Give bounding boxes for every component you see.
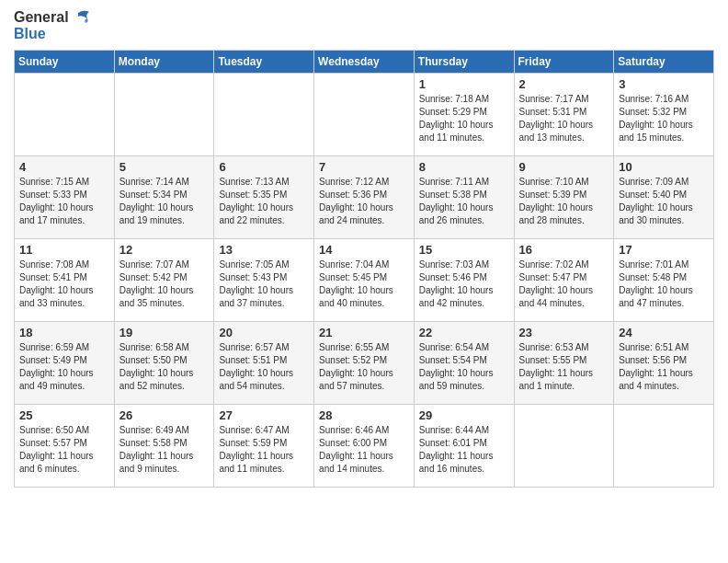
calendar-cell: 17Sunrise: 7:01 AM Sunset: 5:48 PM Dayli… xyxy=(614,238,714,321)
logo: General Blue xyxy=(14,9,91,42)
day-info: Sunrise: 6:54 AM Sunset: 5:54 PM Dayligh… xyxy=(419,341,509,393)
calendar-cell: 26Sunrise: 6:49 AM Sunset: 5:58 PM Dayli… xyxy=(114,404,214,487)
day-info: Sunrise: 7:14 AM Sunset: 5:34 PM Dayligh… xyxy=(119,176,210,227)
calendar-cell: 10Sunrise: 7:09 AM Sunset: 5:40 PM Dayli… xyxy=(614,155,714,238)
day-number: 9 xyxy=(519,160,609,174)
day-number: 7 xyxy=(319,160,409,174)
calendar-cell: 24Sunrise: 6:51 AM Sunset: 5:56 PM Dayli… xyxy=(614,321,714,404)
calendar-cell: 20Sunrise: 6:57 AM Sunset: 5:51 PM Dayli… xyxy=(214,321,314,404)
calendar-cell: 6Sunrise: 7:13 AM Sunset: 5:35 PM Daylig… xyxy=(214,155,314,238)
logo-general-text: General xyxy=(14,9,69,26)
day-number: 17 xyxy=(619,243,709,257)
day-info: Sunrise: 6:53 AM Sunset: 5:55 PM Dayligh… xyxy=(519,341,609,393)
day-info: Sunrise: 6:46 AM Sunset: 6:00 PM Dayligh… xyxy=(319,424,409,476)
calendar-cell: 12Sunrise: 7:07 AM Sunset: 5:42 PM Dayli… xyxy=(114,238,214,321)
calendar-cell: 2Sunrise: 7:17 AM Sunset: 5:31 PM Daylig… xyxy=(514,73,614,155)
calendar-cell: 16Sunrise: 7:02 AM Sunset: 5:47 PM Dayli… xyxy=(514,238,614,321)
day-info: Sunrise: 7:18 AM Sunset: 5:29 PM Dayligh… xyxy=(419,93,509,144)
week-row-1: 1Sunrise: 7:18 AM Sunset: 5:29 PM Daylig… xyxy=(15,73,714,155)
day-number: 14 xyxy=(319,243,409,257)
day-info: Sunrise: 7:10 AM Sunset: 5:39 PM Dayligh… xyxy=(519,176,609,227)
header-wednesday: Wednesday xyxy=(314,50,415,73)
day-number: 25 xyxy=(19,408,109,422)
day-number: 16 xyxy=(519,243,609,257)
calendar-cell: 3Sunrise: 7:16 AM Sunset: 5:32 PM Daylig… xyxy=(614,73,714,155)
day-info: Sunrise: 6:47 AM Sunset: 5:59 PM Dayligh… xyxy=(219,424,309,476)
day-info: Sunrise: 6:50 AM Sunset: 5:57 PM Dayligh… xyxy=(19,424,109,476)
logo-bird-icon xyxy=(71,9,91,26)
day-info: Sunrise: 6:49 AM Sunset: 5:58 PM Dayligh… xyxy=(119,424,210,476)
day-number: 1 xyxy=(419,77,509,91)
week-row-4: 18Sunrise: 6:59 AM Sunset: 5:49 PM Dayli… xyxy=(15,321,714,404)
calendar-cell: 9Sunrise: 7:10 AM Sunset: 5:39 PM Daylig… xyxy=(514,155,614,238)
header-monday: Monday xyxy=(114,50,214,73)
calendar-cell: 22Sunrise: 6:54 AM Sunset: 5:54 PM Dayli… xyxy=(414,321,514,404)
day-info: Sunrise: 7:05 AM Sunset: 5:43 PM Dayligh… xyxy=(219,259,309,310)
day-info: Sunrise: 7:02 AM Sunset: 5:47 PM Dayligh… xyxy=(519,259,609,310)
calendar-header-row: SundayMondayTuesdayWednesdayThursdayFrid… xyxy=(15,50,714,73)
day-info: Sunrise: 6:57 AM Sunset: 5:51 PM Dayligh… xyxy=(219,341,309,393)
day-number: 23 xyxy=(519,326,609,339)
day-info: Sunrise: 7:07 AM Sunset: 5:42 PM Dayligh… xyxy=(119,259,210,310)
header-friday: Friday xyxy=(514,50,614,73)
day-number: 5 xyxy=(119,160,210,174)
page-header: General Blue xyxy=(14,9,714,42)
day-info: Sunrise: 7:17 AM Sunset: 5:31 PM Dayligh… xyxy=(519,93,609,144)
day-info: Sunrise: 6:55 AM Sunset: 5:52 PM Dayligh… xyxy=(319,341,409,393)
day-number: 26 xyxy=(119,408,210,422)
week-row-5: 25Sunrise: 6:50 AM Sunset: 5:57 PM Dayli… xyxy=(15,404,714,487)
day-number: 15 xyxy=(419,243,509,257)
day-number: 8 xyxy=(419,160,509,174)
calendar-cell xyxy=(214,73,314,155)
day-number: 29 xyxy=(419,408,509,422)
header-saturday: Saturday xyxy=(614,50,714,73)
header-tuesday: Tuesday xyxy=(214,50,314,73)
day-info: Sunrise: 7:08 AM Sunset: 5:41 PM Dayligh… xyxy=(19,259,109,310)
calendar-cell: 8Sunrise: 7:11 AM Sunset: 5:38 PM Daylig… xyxy=(414,155,514,238)
day-info: Sunrise: 7:11 AM Sunset: 5:38 PM Dayligh… xyxy=(419,176,509,227)
logo-blue-text: Blue xyxy=(14,26,46,42)
day-number: 2 xyxy=(519,77,609,91)
day-info: Sunrise: 7:04 AM Sunset: 5:45 PM Dayligh… xyxy=(319,259,409,310)
calendar-cell: 13Sunrise: 7:05 AM Sunset: 5:43 PM Dayli… xyxy=(214,238,314,321)
calendar-cell xyxy=(114,73,214,155)
header-thursday: Thursday xyxy=(414,50,514,73)
day-info: Sunrise: 7:15 AM Sunset: 5:33 PM Dayligh… xyxy=(19,176,109,227)
day-number: 11 xyxy=(19,243,109,257)
calendar-cell: 18Sunrise: 6:59 AM Sunset: 5:49 PM Dayli… xyxy=(15,321,115,404)
day-number: 12 xyxy=(119,243,210,257)
day-info: Sunrise: 7:12 AM Sunset: 5:36 PM Dayligh… xyxy=(319,176,409,227)
day-number: 4 xyxy=(19,160,109,174)
calendar-cell: 19Sunrise: 6:58 AM Sunset: 5:50 PM Dayli… xyxy=(114,321,214,404)
day-info: Sunrise: 6:59 AM Sunset: 5:49 PM Dayligh… xyxy=(19,341,109,393)
day-info: Sunrise: 7:03 AM Sunset: 5:46 PM Dayligh… xyxy=(419,259,509,310)
day-info: Sunrise: 7:13 AM Sunset: 5:35 PM Dayligh… xyxy=(219,176,309,227)
calendar-cell: 14Sunrise: 7:04 AM Sunset: 5:45 PM Dayli… xyxy=(314,238,415,321)
calendar-cell: 25Sunrise: 6:50 AM Sunset: 5:57 PM Dayli… xyxy=(15,404,115,487)
day-number: 18 xyxy=(19,326,109,339)
day-number: 6 xyxy=(219,160,309,174)
calendar-cell: 27Sunrise: 6:47 AM Sunset: 5:59 PM Dayli… xyxy=(214,404,314,487)
day-info: Sunrise: 6:51 AM Sunset: 5:56 PM Dayligh… xyxy=(619,341,709,393)
day-info: Sunrise: 6:44 AM Sunset: 6:01 PM Dayligh… xyxy=(419,424,509,476)
day-number: 28 xyxy=(319,408,409,422)
calendar-cell xyxy=(514,404,614,487)
day-number: 3 xyxy=(619,77,709,91)
day-info: Sunrise: 7:16 AM Sunset: 5:32 PM Dayligh… xyxy=(619,93,709,144)
day-info: Sunrise: 7:09 AM Sunset: 5:40 PM Dayligh… xyxy=(619,176,709,227)
calendar-cell: 11Sunrise: 7:08 AM Sunset: 5:41 PM Dayli… xyxy=(15,238,115,321)
calendar-cell xyxy=(614,404,714,487)
day-info: Sunrise: 6:58 AM Sunset: 5:50 PM Dayligh… xyxy=(119,341,210,393)
week-row-2: 4Sunrise: 7:15 AM Sunset: 5:33 PM Daylig… xyxy=(15,155,714,238)
calendar-cell: 7Sunrise: 7:12 AM Sunset: 5:36 PM Daylig… xyxy=(314,155,415,238)
calendar-cell xyxy=(314,73,415,155)
calendar-cell: 23Sunrise: 6:53 AM Sunset: 5:55 PM Dayli… xyxy=(514,321,614,404)
calendar-cell: 4Sunrise: 7:15 AM Sunset: 5:33 PM Daylig… xyxy=(15,155,115,238)
calendar-cell: 5Sunrise: 7:14 AM Sunset: 5:34 PM Daylig… xyxy=(114,155,214,238)
calendar-cell: 1Sunrise: 7:18 AM Sunset: 5:29 PM Daylig… xyxy=(414,73,514,155)
week-row-3: 11Sunrise: 7:08 AM Sunset: 5:41 PM Dayli… xyxy=(15,238,714,321)
day-number: 21 xyxy=(319,326,409,339)
calendar-cell: 21Sunrise: 6:55 AM Sunset: 5:52 PM Dayli… xyxy=(314,321,415,404)
day-number: 27 xyxy=(219,408,309,422)
day-number: 20 xyxy=(219,326,309,339)
